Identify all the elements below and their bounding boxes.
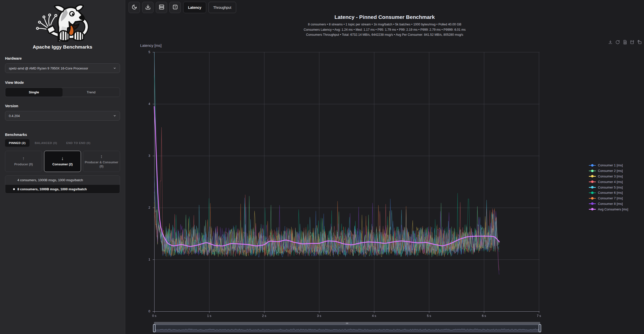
legend-label: Consumer 2 [ms]: [598, 169, 623, 173]
legend-item[interactable]: Avg Consumers [ms]: [589, 206, 628, 212]
benchmark-list-item[interactable]: 8 consumers, 1000B msgs, 1000 msgs/batch: [5, 184, 120, 193]
datazoom-slider: [154, 322, 540, 332]
benchmark-kind-card[interactable]: ↑Producer (0): [5, 151, 42, 172]
chevron-down-icon: [113, 114, 116, 117]
benchmark-tab[interactable]: PINNED (2): [5, 139, 29, 147]
legend-marker-icon: [589, 180, 596, 183]
benchmark-kind-card[interactable]: ↓Consumer (2): [44, 151, 81, 172]
legend-marker-icon: [589, 175, 596, 177]
legend-item[interactable]: Consumer 2 [ms]: [589, 168, 628, 174]
y-tick-label: 2: [139, 205, 150, 210]
selected-dot-icon: [13, 188, 15, 190]
legend-label: Consumer 7 [ms]: [598, 196, 623, 200]
hardware-label: Hardware: [5, 56, 120, 60]
benchmark-item-label: 8 consumers, 1000B msgs, 1000 msgs/batch: [17, 187, 87, 191]
view-mode-option-single[interactable]: Single: [5, 88, 63, 97]
datazoom-preview-canvas: [154, 325, 540, 332]
tab-latency[interactable]: Latency: [183, 2, 206, 13]
x-tick-label: 4 s: [365, 314, 383, 318]
download-icon: [145, 4, 151, 11]
legend-label: Consumer 5 [ms]: [598, 185, 623, 189]
chart-toolbox: [608, 40, 642, 45]
legend-label: Consumer 8 [ms]: [598, 202, 623, 206]
x-tick-label: 5 s: [420, 314, 438, 318]
latency-chart-canvas: [151, 50, 542, 316]
x-tick-label: 3 s: [310, 314, 328, 318]
benchmark-item-label: 4 consumers, 1000B msgs, 1000 msgs/batch: [17, 178, 83, 182]
benchmark-kind-card[interactable]: ↕Producer & Consumer (0): [83, 151, 120, 172]
y-tick-label: 3: [139, 154, 150, 158]
version-selected-value: 0.4.204: [9, 114, 113, 118]
restore-icon[interactable]: [615, 40, 620, 45]
datazoom-move-handle[interactable]: [154, 322, 540, 325]
arrow-down-icon: ↓: [61, 156, 64, 161]
benchmarks-label: Benchmarks: [5, 133, 120, 137]
benchmark-kind-cards: ↑Producer (0)↓Consumer (2)↕Producer & Co…: [5, 151, 120, 172]
hardware-selected-value: spetz-amd @ AMD Ryzen 9 7950X 16-Core Pr…: [9, 66, 113, 70]
benchmark-kind-label: Producer & Consumer (0): [85, 161, 118, 168]
view-mode-label: View Mode: [5, 81, 120, 85]
benchmark-kind-label: Producer (0): [14, 163, 33, 167]
benchmark-tab[interactable]: BALANCED (0): [31, 139, 61, 147]
datazoom-right-handle[interactable]: [539, 324, 541, 332]
version-label: Version: [5, 104, 120, 108]
report-issue-button[interactable]: [169, 2, 181, 13]
server-icon: [159, 4, 164, 11]
legend-marker-icon: [589, 197, 596, 200]
y-tick-label: 0: [139, 309, 150, 314]
save-image-icon[interactable]: [608, 40, 613, 45]
x-tick-label: 0 s: [145, 314, 163, 318]
benchmark-tab[interactable]: END TO END (0): [63, 139, 94, 147]
x-tick-label: 6 s: [475, 314, 493, 318]
datazoom-left-handle[interactable]: [153, 324, 156, 332]
top-toolbar: LatencyThroughput: [129, 2, 236, 13]
legend-item[interactable]: Consumer 1 [ms]: [589, 163, 628, 168]
legend-label: Avg Consumers [ms]: [598, 207, 628, 211]
chevron-down-icon: [113, 67, 116, 70]
zoom-reset-icon[interactable]: [637, 40, 642, 45]
legend-item[interactable]: Consumer 7 [ms]: [589, 196, 628, 201]
chart-subtitle-latency-stats: Consumers Latency • Avg: 1.24 ms • Med: …: [125, 27, 644, 32]
benchmark-list: 4 consumers, 1000B msgs, 1000 msgs/batch…: [5, 175, 120, 194]
view-mode-option-trend[interactable]: Trend: [63, 88, 120, 97]
legend-marker-icon: [589, 170, 596, 172]
chart-subtitle-throughput-stats: Consumers Throughput • Total: 6732.14 MB…: [125, 32, 644, 38]
app-title: Apache Iggy Benchmarks: [0, 44, 125, 50]
y-tick-label: 5: [139, 50, 150, 54]
arrow-up-down-icon: ↕: [100, 154, 103, 159]
legend-marker-icon: [589, 164, 596, 167]
moon-icon: [132, 4, 137, 11]
data-view-icon[interactable]: [623, 40, 627, 45]
legend-item[interactable]: Consumer 5 [ms]: [589, 184, 628, 190]
server-list-button[interactable]: [156, 2, 167, 13]
iggy-dog-logo: [0, 0, 125, 43]
benchmark-kind-label: Consumer (2): [52, 163, 73, 167]
alert-square-icon: [172, 4, 178, 11]
version-select[interactable]: 0.4.204: [5, 111, 120, 121]
legend-label: Consumer 6 [ms]: [598, 191, 623, 195]
view-mode-toggle: SingleTrend: [5, 88, 120, 97]
legend-item[interactable]: Consumer 6 [ms]: [589, 190, 628, 196]
grip-icon: [345, 323, 349, 324]
benchmark-tabs: PINNED (2)BALANCED (0)END TO END (0): [5, 139, 120, 147]
x-tick-label: 2 s: [255, 314, 273, 318]
legend-item[interactable]: Consumer 8 [ms]: [589, 201, 628, 207]
hardware-select[interactable]: spetz-amd @ AMD Ryzen 9 7950X 16-Core Pr…: [5, 63, 120, 73]
arrow-up-icon: ↑: [22, 156, 25, 161]
legend-item[interactable]: Consumer 4 [ms]: [589, 179, 628, 184]
benchmark-list-item[interactable]: 4 consumers, 1000B msgs, 1000 msgs/batch: [5, 176, 120, 184]
tab-throughput[interactable]: Throughput: [208, 2, 236, 13]
zoom-select-icon[interactable]: [630, 40, 635, 45]
legend-label: Consumer 1 [ms]: [598, 163, 623, 167]
y-tick-label: 4: [139, 102, 150, 106]
legend-label: Consumer 3 [ms]: [598, 174, 623, 178]
download-button[interactable]: [142, 2, 154, 13]
datazoom-track[interactable]: [154, 325, 540, 332]
legend-label: Consumer 4 [ms]: [598, 180, 623, 184]
chart-subtitle-config: 8 consumers • 8 streams • 1 topic per st…: [125, 22, 644, 27]
chart-title: Latency - Pinned Consumer Benchmark: [125, 14, 644, 20]
x-tick-label: 1 s: [200, 314, 218, 318]
legend-marker-icon: [589, 208, 596, 210]
legend-item[interactable]: Consumer 3 [ms]: [589, 174, 628, 179]
theme-toggle-button[interactable]: [129, 2, 140, 13]
